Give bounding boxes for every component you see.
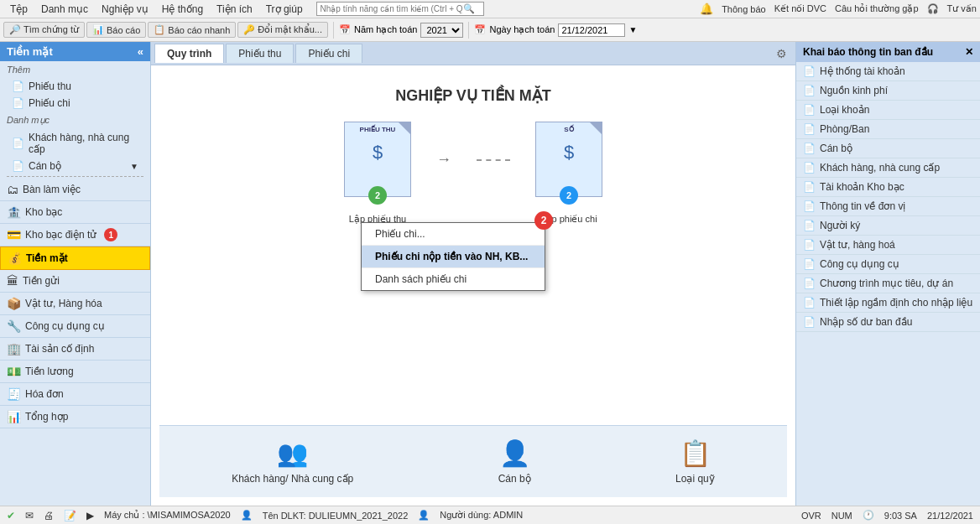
sidebar-cat-tiengui[interactable]: 🏛 Tiền gửi — [0, 270, 150, 293]
sidebar-cat-banlamviec[interactable]: 🗂 Bàn làm việc — [0, 179, 150, 201]
phieuchi-dollar-icon: $ — [536, 142, 602, 163]
sidebar-item-canbo[interactable]: 📄 Cán bộ ▼ — [0, 158, 150, 174]
sidebar-add-label: Thêm — [0, 61, 150, 78]
sidebar-cat-taisan[interactable]: 🏢 Tài sản cố định — [0, 338, 150, 361]
sidebar-cat-khobacdt[interactable]: 💳 Kho bạc điện tử 1 — [0, 224, 150, 246]
context-badge: 2 — [534, 211, 553, 230]
right-panel-item-10[interactable]: 📄 Công cụ dụng cụ — [796, 255, 980, 274]
right-panel-item-2[interactable]: 📄 Loại khoản — [796, 101, 980, 120]
context-item-phieuchi[interactable]: Phiếu chi... — [362, 223, 545, 246]
right-panel-item-5[interactable]: 📄 Khách hàng, nhà cung cấp — [796, 158, 980, 178]
sidebar-cat-tonghop[interactable]: 📊 Tổng hợp — [0, 406, 150, 428]
num-badge-1: 1 — [104, 228, 117, 241]
menu-hethong[interactable]: Hệ thống — [155, 2, 210, 17]
calendar2-icon: 📅 — [474, 24, 486, 35]
status-icon-print: 🖨 — [44, 510, 54, 521]
menu-tep[interactable]: Tệp — [3, 2, 34, 17]
status-time: 9:03 SA — [884, 511, 917, 521]
phieuthu-badge: 2 — [368, 186, 387, 205]
workflow-arrow1: → — [436, 151, 451, 169]
doc-icon: 📄 — [12, 80, 24, 92]
bottom-section: 👥 Khách hàng/ Nhà cung cấp 👤 Cán bộ 📋 Lo… — [159, 425, 787, 497]
right-panel-item-1[interactable]: 📄 Nguồn kinh phí — [796, 81, 980, 101]
right-panel-item-11[interactable]: 📄 Chương trình mục tiêu, dự án — [796, 274, 980, 293]
clock-icon: 🕐 — [863, 510, 874, 521]
right-panel-item-12[interactable]: 📄 Thiết lập ngầm định cho nhập liệu — [796, 293, 980, 313]
sidebar-cat-vattu[interactable]: 📦 Vật tư, Hàng hóa — [0, 293, 150, 315]
panel-doc-icon-3: 📄 — [803, 123, 816, 135]
menu-trogiup[interactable]: Trợ giúp — [259, 2, 310, 17]
status-num: NUM — [831, 511, 852, 521]
sidebar-item-phieuchi[interactable]: 📄 Phiếu chi — [0, 95, 150, 112]
bottom-item-canbo[interactable]: 👤 Cán bộ — [498, 438, 531, 485]
tonghop-icon: 📊 — [7, 410, 21, 423]
panel-doc-icon-13: 📄 — [803, 316, 816, 328]
status-icon-arrow: ▶ — [86, 510, 94, 521]
panel-doc-icon-10: 📄 — [803, 258, 816, 270]
menu-nghiepvu[interactable]: Nghiệp vụ — [95, 2, 155, 17]
menu-danhmuc[interactable]: Danh mục — [34, 2, 95, 17]
nghiep-vu-title: NGHIỆP VỤ TIỀN MẶT — [159, 86, 787, 105]
nam-select[interactable]: 2021 — [420, 23, 463, 38]
status-server: Máy chủ : \MISAMIMOSA2020 — [104, 510, 231, 521]
ngay-hach-toan: 📅 Ngày hạch toán ▼ — [474, 23, 637, 37]
sidebar-title: Tiền mặt — [7, 45, 53, 58]
sidebar-cat-khobac[interactable]: 🏦 Kho bạc — [0, 201, 150, 224]
tab-quytrinh[interactable]: Quy trình — [154, 44, 224, 63]
right-panel-item-0[interactable]: 📄 Hệ thống tài khoản — [796, 62, 980, 81]
chevron-down-icon: ▼ — [130, 162, 138, 171]
dropdown-arrow-icon[interactable]: ▼ — [628, 25, 637, 34]
right-panel-close-icon[interactable]: ✕ — [965, 46, 973, 58]
cauhoi-label[interactable]: Câu hỏi thường gặp — [835, 3, 919, 14]
workflow-phieuthu: PHIẾU THU $ 2 Lập phiếu thu — [344, 122, 411, 225]
sidebar-divider — [7, 176, 143, 177]
collapse-icon[interactable]: « — [138, 45, 143, 58]
tab-phieuchi[interactable]: Phiếu chi — [295, 44, 362, 63]
baocao-btn[interactable]: 📊 Báo cáo — [86, 22, 146, 38]
report-icon: 📊 — [92, 24, 104, 35]
key-icon: 🔑 — [243, 24, 255, 35]
right-panel-item-4[interactable]: 📄 Cán bộ — [796, 139, 980, 158]
sidebar-cat-tienluong[interactable]: 💵 Tiền lương — [0, 361, 150, 383]
right-panel-header: Khai báo thông tin ban đầu ✕ — [796, 42, 980, 62]
loaiquy-label: Loại quỹ — [675, 473, 715, 485]
khobacdt-icon: 💳 — [7, 228, 21, 241]
tuvan-label[interactable]: Tư vấn — [947, 3, 977, 14]
sidebar-item-khachhang[interactable]: 📄 Khách hàng, nhà cung cấp — [0, 129, 150, 158]
context-menu: 2 Phiếu chi... Phiếu chi nộp tiền vào NH… — [361, 222, 545, 291]
context-item-danhsach[interactable]: Danh sách phiếu chi — [362, 268, 545, 290]
right-panel-item-3[interactable]: 📄 Phòng/Ban — [796, 120, 980, 139]
search-box: 🔍 — [316, 2, 484, 16]
status-right: OVR NUM 🕐 9:03 SA 21/12/2021 — [801, 510, 973, 521]
doimatkhau-btn[interactable]: 🔑 Đổi mật khẩu... — [237, 22, 328, 38]
doc4-icon: 📄 — [12, 160, 24, 172]
ngay-input[interactable] — [558, 23, 625, 37]
sidebar-cat-tienmat[interactable]: 💰 Tiền mặt — [0, 246, 150, 270]
timchungtu-btn[interactable]: 🔎 Tìm chứng từ — [3, 22, 85, 38]
sidebar-header: Tiền mặt « — [0, 42, 150, 61]
sidebar-item-phieuthu[interactable]: 📄 Phiếu thu — [0, 78, 150, 95]
content-body: NGHIỆP VỤ TIỀN MẶT PHIẾU THU $ 2 Lập phi… — [151, 65, 795, 506]
hoadon-icon: 🧾 — [7, 387, 21, 401]
bottom-item-khachhang[interactable]: 👥 Khách hàng/ Nhà cung cấp — [232, 438, 353, 485]
panel-doc-icon-12: 📄 — [803, 297, 816, 309]
right-panel-item-8[interactable]: 📄 Người ký — [796, 216, 980, 236]
baocaonhanh-btn[interactable]: 📋 Báo cáo nhanh — [148, 22, 236, 38]
right-panel-item-7[interactable]: 📄 Thông tin về đơn vị — [796, 197, 980, 216]
right-panel-item-13[interactable]: 📄 Nhập số dư ban đầu — [796, 313, 980, 332]
bottom-item-loaiquy[interactable]: 📋 Loại quỹ — [675, 438, 715, 485]
sidebar-cat-hoadon[interactable]: 🧾 Hóa đơn — [0, 383, 150, 406]
tab-phieuthu[interactable]: Phiếu thu — [226, 44, 294, 63]
menu-tienich[interactable]: Tiện ích — [210, 2, 259, 17]
thongbao-label[interactable]: Thông báo — [722, 4, 766, 14]
headset-icon: 🎧 — [927, 3, 939, 14]
sidebar-cat-congcu[interactable]: 🔧 Công cụ dụng cụ — [0, 315, 150, 338]
doc2-icon: 📄 — [12, 97, 24, 109]
search-input[interactable] — [321, 4, 463, 13]
right-panel-item-9[interactable]: 📄 Vật tư, hàng hoá — [796, 236, 980, 255]
right-panel-item-6[interactable]: 📄 Tài khoản Kho bạc — [796, 178, 980, 197]
context-item-phieuchinop[interactable]: Phiếu chi nộp tiền vào NH, KB... — [362, 246, 545, 268]
settings-icon[interactable]: ⚙ — [771, 45, 792, 62]
ketnoidvc-label[interactable]: Kết nối DVC — [774, 3, 826, 14]
panel-doc-icon-0: 📄 — [803, 65, 816, 77]
